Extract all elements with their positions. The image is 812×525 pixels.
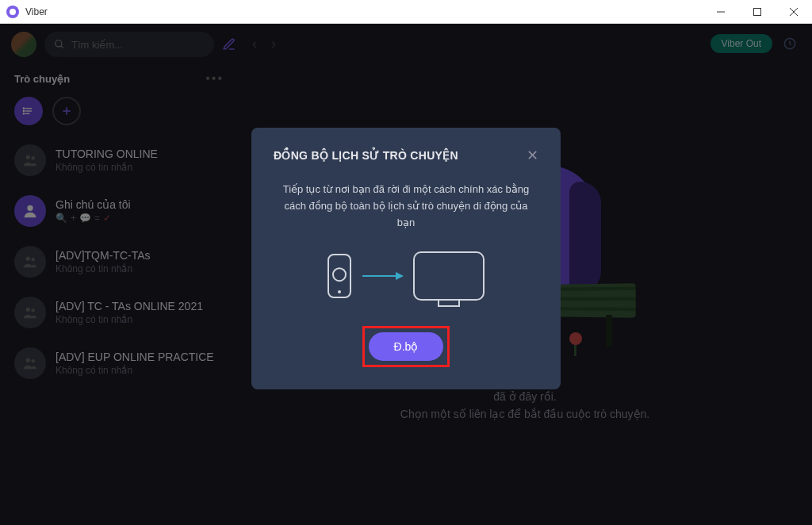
nav-arrows: ‹ › [252, 36, 276, 52]
monitor-icon [413, 251, 485, 301]
highlight-box: Đ.bộ [362, 326, 450, 367]
chat-subtitle: Không có tin nhắn [56, 263, 224, 274]
sync-history-modal: ĐỒNG BỘ LỊCH SỬ TRÒ CHUYỆN ✕ Tiếp tục từ… [251, 128, 561, 389]
more-button[interactable]: ••• [205, 71, 224, 86]
svg-point-21 [26, 358, 31, 363]
modal-close-button[interactable]: ✕ [527, 147, 538, 164]
bubble-dark-icon: 💬 [79, 213, 91, 224]
svg-point-9 [23, 108, 24, 109]
chat-name: [ADV] TC - TAs ONLINE 2021 [56, 300, 224, 312]
window-titlebar: Viber [0, 0, 812, 24]
chat-subtitle: Không có tin nhắn [56, 314, 224, 325]
arrow-right-icon [362, 275, 402, 277]
chat-subtitle: Không có tin nhắn [56, 365, 224, 376]
compose-button[interactable] [222, 32, 236, 57]
chat-item[interactable]: TUTORING ONLINE Không có tin nhắn [0, 135, 238, 186]
svg-point-16 [27, 205, 33, 211]
notes-avatar-icon [14, 195, 46, 227]
close-button[interactable] [776, 0, 812, 24]
chat-subtitle: Không có tin nhắn [56, 162, 224, 173]
svg-point-18 [31, 258, 35, 262]
filter-all-button[interactable] [14, 97, 43, 125]
viber-out-button[interactable]: Viber Out [710, 34, 772, 53]
chat-item[interactable]: [ADV] EUP ONLINE PRACTICE Không có tin n… [0, 338, 238, 389]
svg-line-5 [61, 46, 63, 48]
svg-point-20 [31, 308, 35, 312]
window-controls [703, 0, 812, 24]
list-icon [22, 105, 35, 117]
group-avatar-icon [14, 246, 46, 278]
nav-forward-button[interactable]: › [271, 36, 276, 52]
modal-illustration [274, 251, 538, 301]
sync-button[interactable]: Đ.bộ [369, 332, 444, 361]
section-title: Trò chuyện [14, 73, 70, 85]
svg-point-11 [23, 113, 24, 114]
app-icon [6, 6, 19, 18]
maximize-button[interactable] [739, 0, 776, 24]
modal-body: Tiếp tục từ nơi bạn đã rời đi một cách c… [274, 182, 538, 231]
group-avatar-icon [14, 297, 46, 328]
chat-item[interactable]: Ghi chú của tôi 🔍 + 💬 = ✓ [0, 186, 238, 236]
chat-name: [ADV]TQM-TC-TAs [56, 249, 224, 262]
svg-point-4 [56, 40, 62, 47]
group-avatar-icon [14, 144, 46, 176]
group-avatar-icon [14, 347, 46, 379]
phone-icon [327, 254, 351, 298]
sidebar: Trò chuyện ••• TUTORING ONLINE Không có … [0, 24, 238, 525]
chat-list: TUTORING ONLINE Không có tin nhắn Ghi ch… [0, 135, 238, 525]
chat-subtitle: 🔍 + 💬 = ✓ [56, 213, 224, 224]
chat-name: TUTORING ONLINE [56, 148, 224, 160]
chat-name: [ADV] EUP ONLINE PRACTICE [56, 351, 224, 363]
nav-back-button[interactable]: ‹ [252, 36, 257, 52]
search-icon [54, 39, 65, 50]
window-title: Viber [25, 6, 703, 17]
svg-point-19 [26, 308, 31, 312]
search-box[interactable] [44, 32, 214, 57]
svg-point-10 [23, 110, 24, 111]
svg-point-15 [31, 156, 35, 160]
check-icon: ✓ [103, 213, 111, 224]
empty-state-text: đã ở đây rồi. Chọn một số liên lạc để bắ… [400, 388, 649, 423]
svg-point-22 [31, 359, 35, 363]
modal-title: ĐỒNG BỘ LỊCH SỬ TRÒ CHUYỆN [274, 149, 458, 162]
chat-item[interactable]: [ADV] TC - TAs ONLINE 2021 Không có tin … [0, 287, 238, 338]
minimize-button[interactable] [703, 0, 739, 24]
bubble-yellow-icon: 🔍 [56, 213, 67, 224]
add-button[interactable] [52, 97, 81, 125]
plus-icon [60, 105, 73, 117]
empty-line2: Chọn một số liên lạc để bắt đầu cuộc trò… [400, 405, 649, 423]
svg-point-14 [26, 155, 31, 160]
chat-name: Ghi chú của tôi [56, 198, 224, 211]
user-avatar[interactable] [11, 32, 36, 57]
search-input[interactable] [71, 39, 205, 51]
empty-line1: đã ở đây rồi. [400, 388, 649, 405]
compose-icon [222, 37, 236, 52]
svg-rect-1 [754, 8, 761, 15]
svg-point-17 [26, 257, 31, 262]
chat-item[interactable]: [ADV]TQM-TC-TAs Không có tin nhắn [0, 236, 238, 287]
notifications-icon[interactable] [782, 36, 798, 52]
